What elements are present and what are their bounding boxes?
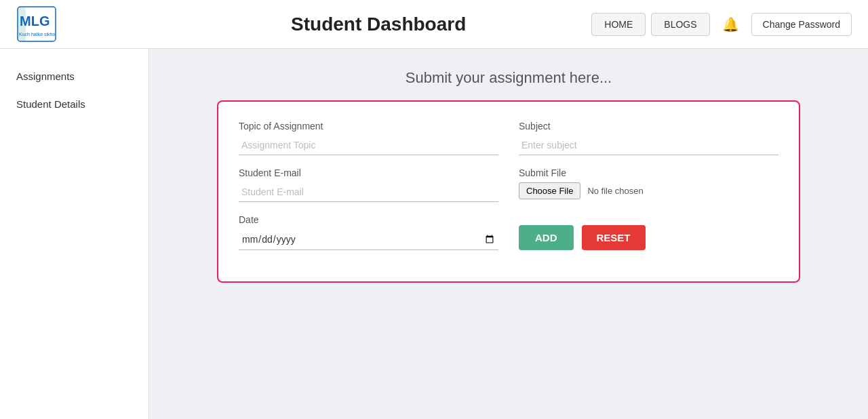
topic-input[interactable] <box>239 136 498 155</box>
assignment-form-card: Topic of Assignment Subject Student E-ma… <box>217 100 800 283</box>
change-password-button[interactable]: Change Password <box>751 13 852 36</box>
file-label: Submit File <box>519 167 778 178</box>
navbar: MLG Kuch hatke sikho Student Dashboard H… <box>0 0 868 49</box>
blogs-button[interactable]: BLOGS <box>651 13 709 36</box>
sidebar-item-assignments[interactable]: Assignments <box>0 62 149 90</box>
logo-area: MLG Kuch hatke sikho <box>16 5 165 43</box>
add-button[interactable]: ADD <box>519 225 574 250</box>
sidebar-item-student-details[interactable]: Student Details <box>0 90 149 118</box>
form-row-2: Student E-mail Submit File Choose File N… <box>239 167 778 202</box>
form-row-3: Date ADD RESET <box>239 214 778 250</box>
date-col: Date <box>239 214 498 250</box>
choose-file-button[interactable]: Choose File <box>519 182 580 199</box>
subject-col: Subject <box>519 121 778 155</box>
date-label: Date <box>239 214 498 225</box>
file-col: Submit File Choose File No file chosen <box>519 167 778 202</box>
home-button[interactable]: HOME <box>591 13 646 36</box>
topic-label: Topic of Assignment <box>239 121 498 132</box>
reset-button[interactable]: RESET <box>582 225 646 250</box>
nav-actions: HOME BLOGS 🔔 Change Password <box>591 13 852 36</box>
form-buttons-row: ADD RESET <box>519 225 778 250</box>
topic-col: Topic of Assignment <box>239 121 498 155</box>
file-no-chosen-label: No file chosen <box>587 186 643 196</box>
file-input-wrapper: Choose File No file chosen <box>519 182 778 199</box>
svg-rect-3 <box>18 7 26 41</box>
layout: Assignments Student Details Submit your … <box>0 49 868 419</box>
date-input[interactable] <box>239 229 498 250</box>
form-row-1: Topic of Assignment Subject <box>239 121 778 155</box>
email-input[interactable] <box>239 182 498 202</box>
buttons-col: ADD RESET <box>519 220 778 250</box>
subject-label: Subject <box>519 121 778 132</box>
notification-bell-icon[interactable]: 🔔 <box>722 16 739 33</box>
sidebar: Assignments Student Details <box>0 49 149 419</box>
submit-heading: Submit your assignment here... <box>176 69 841 87</box>
page-title: Student Dashboard <box>165 14 591 35</box>
main-content: Submit your assignment here... Topic of … <box>149 49 868 419</box>
email-col: Student E-mail <box>239 167 498 202</box>
logo-icon: MLG Kuch hatke sikho <box>16 5 57 43</box>
email-label: Student E-mail <box>239 167 498 178</box>
subject-input[interactable] <box>519 136 778 155</box>
